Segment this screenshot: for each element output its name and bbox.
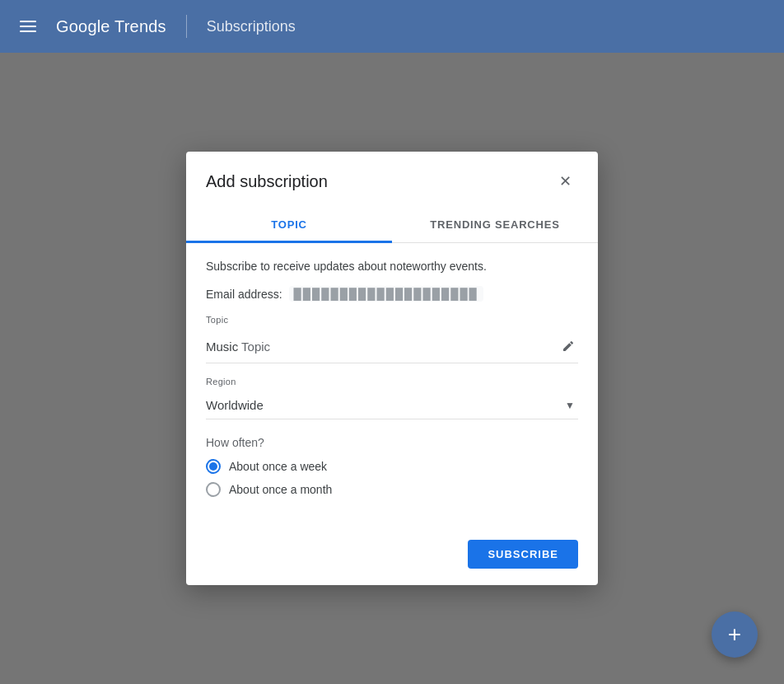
menu-icon[interactable] bbox=[13, 14, 43, 39]
subscribe-button[interactable]: SUBSCRIBE bbox=[468, 540, 578, 569]
email-row: Email address: ████████████████████ bbox=[206, 286, 578, 302]
how-often-label: How often? bbox=[206, 436, 578, 449]
topic-type-label: Topic bbox=[241, 340, 270, 354]
dialog-body: Subscribe to receive updates about notew… bbox=[186, 243, 598, 533]
tab-trending-searches[interactable]: TRENDING SEARCHES bbox=[392, 208, 598, 243]
frequency-weekly-label: About once a week bbox=[229, 460, 327, 473]
tab-topic[interactable]: TOPIC bbox=[186, 208, 392, 243]
topic-value: Music Topic bbox=[206, 340, 270, 354]
topic-row: Music Topic bbox=[206, 330, 578, 363]
region-section: Region Worldwide United States United Ki… bbox=[206, 377, 578, 419]
add-subscription-dialog: Add subscription ✕ TOPIC TRENDING SEARCH… bbox=[186, 152, 598, 585]
region-select-wrapper: Worldwide United States United Kingdom A… bbox=[206, 391, 578, 419]
topic-name: Music bbox=[206, 340, 238, 354]
subscription-description: Subscribe to receive updates about notew… bbox=[206, 260, 578, 273]
email-label: Email address: bbox=[206, 288, 282, 301]
app-logo: Google Trends bbox=[56, 17, 166, 36]
tab-bar: TOPIC TRENDING SEARCHES bbox=[186, 208, 598, 243]
edit-topic-button[interactable] bbox=[558, 336, 578, 356]
modal-overlay: Add subscription ✕ TOPIC TRENDING SEARCH… bbox=[0, 53, 784, 684]
dialog-title: Add subscription bbox=[206, 172, 328, 191]
pencil-icon bbox=[562, 340, 575, 353]
frequency-monthly-option[interactable]: About once a month bbox=[206, 482, 578, 497]
fab-add-button[interactable]: + bbox=[712, 611, 758, 658]
region-field-label: Region bbox=[206, 377, 578, 387]
frequency-weekly-option[interactable]: About once a week bbox=[206, 459, 578, 474]
header: Google Trends Subscriptions bbox=[0, 0, 784, 53]
close-button[interactable]: ✕ bbox=[552, 168, 578, 194]
topic-field-label: Topic bbox=[206, 315, 578, 325]
radio-weekly-circle bbox=[206, 459, 221, 474]
how-often-section: How often? About once a week About once … bbox=[206, 436, 578, 497]
radio-monthly-circle bbox=[206, 482, 221, 497]
region-select[interactable]: Worldwide United States United Kingdom A… bbox=[206, 391, 578, 419]
page-title: Subscriptions bbox=[207, 18, 296, 35]
dialog-footer: SUBSCRIBE bbox=[186, 533, 598, 585]
frequency-monthly-label: About once a month bbox=[229, 483, 332, 496]
dialog-header: Add subscription ✕ bbox=[186, 152, 598, 208]
email-value: ████████████████████ bbox=[289, 286, 483, 302]
header-divider bbox=[186, 15, 187, 38]
